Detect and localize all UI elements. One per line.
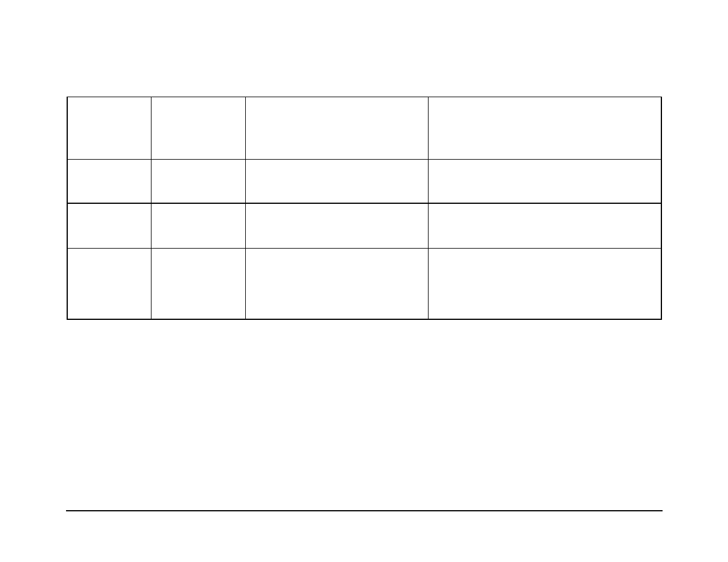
table-cell: [67, 249, 151, 320]
table-cell: [151, 203, 245, 249]
table-cell: [245, 97, 428, 160]
table-cell: [428, 203, 661, 249]
table-cell: [428, 160, 661, 204]
table-cell: [428, 97, 661, 160]
table-cell: [428, 249, 661, 320]
footer-divider: [66, 510, 663, 511]
table-cell: [151, 160, 245, 204]
table-cell: [245, 203, 428, 249]
table-cell: [67, 160, 151, 204]
table-row: [67, 97, 661, 160]
table-row: [67, 203, 661, 249]
table-cell: [67, 97, 151, 160]
page: [0, 0, 728, 562]
table-cell: [245, 160, 428, 204]
table-cell: [245, 249, 428, 320]
table-cell: [151, 97, 245, 160]
table-row: [67, 249, 661, 320]
table-cell: [151, 249, 245, 320]
table-row: [67, 160, 661, 204]
table-cell: [67, 203, 151, 249]
data-table: [67, 97, 662, 320]
